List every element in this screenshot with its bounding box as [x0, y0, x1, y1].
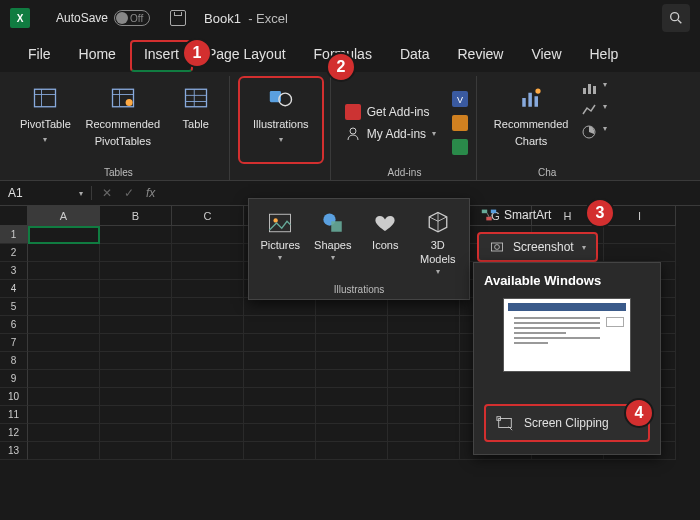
- tab-help[interactable]: Help: [576, 40, 633, 72]
- shapes-button[interactable]: Shapes ▾: [308, 205, 359, 280]
- column-chart-icon[interactable]: [581, 80, 597, 96]
- tab-view[interactable]: View: [517, 40, 575, 72]
- cell[interactable]: [388, 406, 460, 424]
- smartart-button[interactable]: SmartArt: [480, 206, 551, 224]
- row-header[interactable]: 13: [0, 442, 28, 460]
- cell[interactable]: [172, 280, 244, 298]
- cell[interactable]: [172, 370, 244, 388]
- cell[interactable]: [316, 334, 388, 352]
- row-header[interactable]: 4: [0, 280, 28, 298]
- cell[interactable]: [28, 442, 100, 460]
- row-header[interactable]: 3: [0, 262, 28, 280]
- cell[interactable]: [28, 424, 100, 442]
- row-header[interactable]: 10: [0, 388, 28, 406]
- cell[interactable]: [28, 334, 100, 352]
- cell[interactable]: [244, 316, 316, 334]
- col-header-c[interactable]: C: [172, 206, 244, 226]
- row-header[interactable]: 11: [0, 406, 28, 424]
- row-header[interactable]: 5: [0, 298, 28, 316]
- name-box[interactable]: A1 ▾: [0, 186, 92, 200]
- cell[interactable]: [316, 352, 388, 370]
- cell[interactable]: [172, 262, 244, 280]
- cell[interactable]: [100, 298, 172, 316]
- cancel-formula-icon[interactable]: ✕: [102, 186, 112, 200]
- visio-addin-icon[interactable]: V: [452, 91, 468, 107]
- cell[interactable]: [28, 388, 100, 406]
- line-chart-icon[interactable]: [581, 102, 597, 118]
- cell[interactable]: [604, 244, 676, 262]
- pivottable-button[interactable]: PivotTable ▾: [14, 78, 77, 160]
- cell[interactable]: [100, 316, 172, 334]
- cell[interactable]: [316, 424, 388, 442]
- row-header[interactable]: 12: [0, 424, 28, 442]
- cell[interactable]: [172, 352, 244, 370]
- cell[interactable]: [100, 424, 172, 442]
- col-header-i[interactable]: I: [604, 206, 676, 226]
- cell[interactable]: [100, 244, 172, 262]
- get-addins-button[interactable]: Get Add-ins: [345, 104, 436, 120]
- cell[interactable]: [172, 388, 244, 406]
- cell[interactable]: [244, 406, 316, 424]
- col-header-a[interactable]: A: [28, 206, 100, 226]
- window-thumbnail[interactable]: [503, 298, 631, 372]
- cell[interactable]: [316, 442, 388, 460]
- cell[interactable]: [172, 298, 244, 316]
- cell[interactable]: [388, 442, 460, 460]
- cell[interactable]: [172, 226, 244, 244]
- cell[interactable]: [316, 406, 388, 424]
- cell[interactable]: [388, 316, 460, 334]
- cell[interactable]: [388, 352, 460, 370]
- cell[interactable]: [28, 280, 100, 298]
- row-header[interactable]: 6: [0, 316, 28, 334]
- cell[interactable]: [244, 442, 316, 460]
- search-button[interactable]: [662, 4, 690, 32]
- cell[interactable]: [28, 406, 100, 424]
- cell[interactable]: [100, 388, 172, 406]
- cell[interactable]: [28, 298, 100, 316]
- table-button[interactable]: Table: [169, 78, 223, 160]
- cell[interactable]: [100, 370, 172, 388]
- cell[interactable]: [388, 298, 460, 316]
- cell[interactable]: [172, 406, 244, 424]
- cell[interactable]: [316, 370, 388, 388]
- cell[interactable]: [100, 442, 172, 460]
- cell[interactable]: [28, 244, 100, 262]
- cell[interactable]: [388, 424, 460, 442]
- cell[interactable]: [100, 262, 172, 280]
- screenshot-button[interactable]: Screenshot ▾: [477, 232, 598, 262]
- tab-home[interactable]: Home: [65, 40, 130, 72]
- save-icon[interactable]: [170, 10, 186, 26]
- pictures-button[interactable]: Pictures ▾: [255, 205, 306, 280]
- cell[interactable]: [244, 298, 316, 316]
- tab-file[interactable]: File: [14, 40, 65, 72]
- toggle-switch[interactable]: Off: [114, 10, 150, 26]
- row-header[interactable]: 2: [0, 244, 28, 262]
- cell[interactable]: [100, 334, 172, 352]
- cell[interactable]: [316, 298, 388, 316]
- cell[interactable]: [100, 406, 172, 424]
- icons-button[interactable]: Icons: [360, 205, 411, 280]
- cell[interactable]: [244, 424, 316, 442]
- cell[interactable]: [244, 334, 316, 352]
- cell[interactable]: [100, 352, 172, 370]
- cell[interactable]: [28, 226, 100, 244]
- cell[interactable]: [172, 334, 244, 352]
- tab-review[interactable]: Review: [444, 40, 518, 72]
- cell[interactable]: [388, 334, 460, 352]
- cell[interactable]: [388, 388, 460, 406]
- fx-button[interactable]: fx: [146, 186, 155, 200]
- illustrations-button[interactable]: Illustrations ▾: [238, 76, 324, 164]
- enter-formula-icon[interactable]: ✓: [124, 186, 134, 200]
- my-addins-button[interactable]: My Add-ins ▾: [345, 126, 436, 142]
- cell[interactable]: [100, 226, 172, 244]
- 3d-models-button[interactable]: 3D Models ▾: [413, 205, 464, 280]
- cell[interactable]: [28, 316, 100, 334]
- cell[interactable]: [316, 316, 388, 334]
- autosave-toggle[interactable]: AutoSave Off: [56, 10, 150, 26]
- pie-chart-icon[interactable]: [581, 124, 597, 140]
- cell[interactable]: [28, 370, 100, 388]
- select-all-corner[interactable]: [0, 206, 28, 226]
- bing-maps-icon[interactable]: [452, 115, 468, 131]
- col-header-b[interactable]: B: [100, 206, 172, 226]
- cell[interactable]: [316, 388, 388, 406]
